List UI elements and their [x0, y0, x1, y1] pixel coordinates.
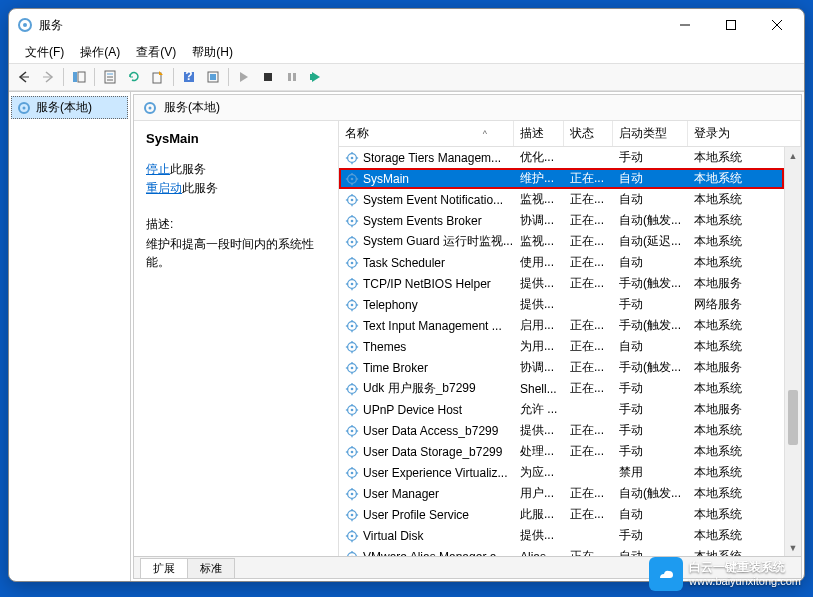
svg-point-86 — [351, 366, 354, 369]
service-desc: 监视... — [514, 233, 564, 250]
services-window: 服务 文件(F) 操作(A) 查看(V) 帮助(H) ? — [8, 8, 805, 582]
service-status: 正在... — [564, 254, 613, 271]
tree-pane: 服务(本地) — [9, 92, 131, 581]
service-row[interactable]: Udk 用户服务_b7299Shell...正在...手动本地系统 — [339, 378, 784, 399]
scrollbar[interactable]: ▲ ▼ — [784, 147, 801, 556]
service-row[interactable]: Telephony提供...手动网络服务 — [339, 294, 784, 315]
main-pane: 服务(本地) SysMain 停止此服务 重启动此服务 描述: 维护和提高一段时… — [133, 94, 802, 579]
export-button[interactable] — [147, 66, 169, 88]
service-name: SysMain — [363, 172, 409, 186]
watermark-brand: 白云一键重装系统 — [689, 561, 801, 574]
main-header: 服务(本地) — [134, 95, 801, 121]
svg-point-74 — [351, 324, 354, 327]
service-name: System Guard 运行时监视... — [363, 233, 513, 250]
service-row[interactable]: User Data Access_b7299提供...正在...手动本地系统 — [339, 420, 784, 441]
service-row[interactable]: User Data Storage_b7299处理...正在...手动本地系统 — [339, 441, 784, 462]
titlebar: 服务 — [9, 9, 804, 41]
scroll-down-button[interactable]: ▼ — [785, 539, 801, 556]
service-name: User Manager — [363, 487, 439, 501]
service-logon: 本地系统 — [688, 254, 784, 271]
svg-rect-19 — [293, 73, 296, 81]
menu-help[interactable]: 帮助(H) — [184, 42, 241, 63]
back-button[interactable] — [13, 66, 35, 88]
stop-service-button[interactable] — [257, 66, 279, 88]
separator — [173, 68, 174, 86]
help-button[interactable]: ? — [178, 66, 200, 88]
minimize-button[interactable] — [662, 10, 708, 40]
service-row[interactable]: Themes为用...正在...自动本地系统 — [339, 336, 784, 357]
tab-extended[interactable]: 扩展 — [140, 558, 188, 578]
restart-service-button[interactable] — [305, 66, 327, 88]
pause-service-button[interactable] — [281, 66, 303, 88]
show-hide-tree-button[interactable] — [68, 66, 90, 88]
tree-root-node[interactable]: 服务(本地) — [11, 96, 128, 119]
service-row[interactable]: UPnP Device Host允许 ...手动本地服务 — [339, 399, 784, 420]
service-row[interactable]: SysMain维护...正在...自动本地系统 — [339, 168, 784, 189]
service-row[interactable]: Time Broker协调...正在...手动(触发...本地服务 — [339, 357, 784, 378]
refresh-button[interactable] — [123, 66, 145, 88]
service-desc: 为应... — [514, 464, 564, 481]
service-row[interactable]: User Profile Service此服...正在...自动本地系统 — [339, 504, 784, 525]
service-logon: 本地系统 — [688, 317, 784, 334]
svg-point-22 — [23, 106, 26, 109]
svg-point-116 — [351, 471, 354, 474]
scroll-up-button[interactable]: ▲ — [785, 147, 801, 164]
service-status: 正在... — [564, 338, 613, 355]
menu-action[interactable]: 操作(A) — [72, 42, 128, 63]
service-logon: 本地系统 — [688, 443, 784, 460]
column-header-status[interactable]: 状态 — [564, 121, 613, 146]
service-logon: 本地系统 — [688, 548, 784, 556]
column-header-start[interactable]: 启动类型 — [613, 121, 688, 146]
forward-button[interactable] — [37, 66, 59, 88]
service-logon: 本地系统 — [688, 212, 784, 229]
service-start: 手动 — [613, 527, 688, 544]
properties-button[interactable] — [99, 66, 121, 88]
column-header-logon[interactable]: 登录为 — [688, 121, 801, 146]
menu-view[interactable]: 查看(V) — [128, 42, 184, 63]
svg-rect-16 — [210, 74, 216, 80]
service-logon: 本地服务 — [688, 275, 784, 292]
service-start: 自动(触发... — [613, 485, 688, 502]
service-status: 正在... — [564, 275, 613, 292]
svg-point-80 — [351, 345, 354, 348]
svg-rect-18 — [288, 73, 291, 81]
maximize-button[interactable] — [708, 10, 754, 40]
separator — [228, 68, 229, 86]
service-status: 正在... — [564, 170, 613, 187]
svg-point-62 — [351, 282, 354, 285]
svg-rect-17 — [264, 73, 272, 81]
service-row[interactable]: Virtual Disk提供...手动本地系统 — [339, 525, 784, 546]
svg-rect-6 — [73, 72, 77, 82]
service-row[interactable]: System Guard 运行时监视...监视...正在...自动(延迟...本… — [339, 231, 784, 252]
menu-file[interactable]: 文件(F) — [17, 42, 72, 63]
service-row[interactable]: VMware Alias Manager aAlias正在自动本地系统 — [339, 546, 784, 556]
svg-rect-3 — [727, 21, 736, 30]
main-body: SysMain 停止此服务 重启动此服务 描述: 维护和提高一段时间内的系统性能… — [134, 121, 801, 556]
service-row[interactable]: Task Scheduler使用...正在...自动本地系统 — [339, 252, 784, 273]
service-row[interactable]: Storage Tiers Managem...优化...手动本地系统 — [339, 147, 784, 168]
column-header-desc[interactable]: 描述 — [514, 121, 564, 146]
service-start: 自动(触发... — [613, 212, 688, 229]
start-service-button[interactable] — [233, 66, 255, 88]
scroll-thumb[interactable] — [788, 390, 798, 445]
service-desc: 优化... — [514, 149, 564, 166]
service-row[interactable]: System Events Broker协调...正在...自动(触发...本地… — [339, 210, 784, 231]
service-logon: 本地系统 — [688, 464, 784, 481]
toolbar-button[interactable] — [202, 66, 224, 88]
service-logon: 本地系统 — [688, 149, 784, 166]
column-header-name[interactable]: 名称^ — [339, 121, 514, 146]
tab-standard[interactable]: 标准 — [187, 558, 235, 578]
service-start: 手动 — [613, 296, 688, 313]
service-desc: 提供... — [514, 296, 564, 313]
service-row[interactable]: User Manager用户...正在...自动(触发...本地系统 — [339, 483, 784, 504]
service-row[interactable]: TCP/IP NetBIOS Helper提供...正在...手动(触发...本… — [339, 273, 784, 294]
restart-service-link[interactable]: 重启动 — [146, 181, 182, 195]
service-row[interactable]: System Event Notificatio...监视...正在...自动本… — [339, 189, 784, 210]
service-row[interactable]: Text Input Management ...启用...正在...手动(触发… — [339, 315, 784, 336]
window-title: 服务 — [39, 17, 662, 34]
close-button[interactable] — [754, 10, 800, 40]
service-row[interactable]: User Experience Virtualiz...为应...禁用本地系统 — [339, 462, 784, 483]
list-body[interactable]: Storage Tiers Managem...优化...手动本地系统SysMa… — [339, 147, 784, 556]
stop-service-link[interactable]: 停止 — [146, 162, 170, 176]
service-name: User Data Access_b7299 — [363, 424, 498, 438]
